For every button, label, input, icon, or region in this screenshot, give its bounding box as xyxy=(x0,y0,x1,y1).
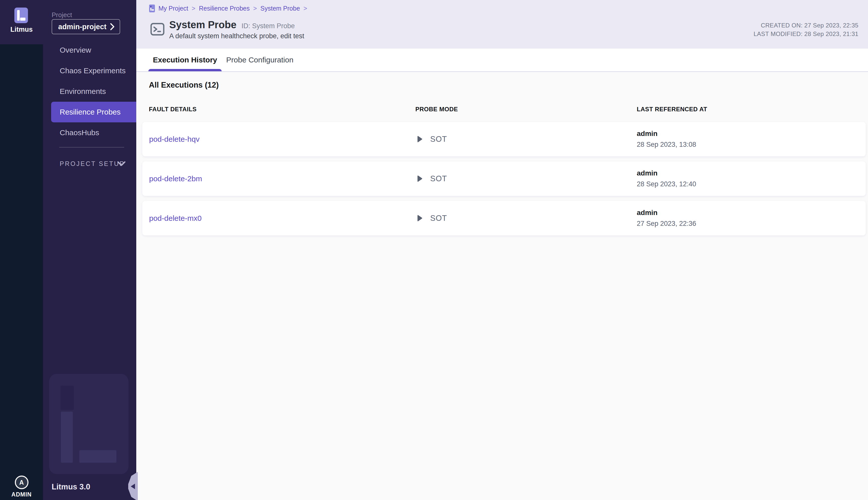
litmus-logo-label: Litmus xyxy=(0,26,43,34)
breadcrumb-resilience-probes[interactable]: Resilience Probes xyxy=(199,5,250,12)
referenced-at-time: 28 Sep 2023, 12:40 xyxy=(637,180,696,188)
sidebar: Project admin-project Overview Chaos Exp… xyxy=(43,0,136,500)
last-referenced-cell: admin 28 Sep 2023, 12:40 xyxy=(637,161,696,196)
sidebar-collapse-handle[interactable] xyxy=(128,472,138,500)
chevron-right-icon xyxy=(110,23,115,31)
project-selector[interactable]: admin-project xyxy=(52,19,120,34)
last-referenced-cell: admin 27 Sep 2023, 22:36 xyxy=(637,201,696,235)
breadcrumb-system-probe[interactable]: System Probe xyxy=(260,5,300,12)
chevron-down-icon xyxy=(117,161,126,167)
user-section: A ADMIN xyxy=(0,476,43,498)
sidebar-item-chaoshubs[interactable]: ChaosHubs xyxy=(43,122,136,143)
page-header: My Project > Resilience Probes > System … xyxy=(136,0,868,48)
breadcrumb-separator: > xyxy=(192,5,195,12)
project-label: Project xyxy=(52,11,72,19)
fault-link[interactable]: pod-delete-hqv xyxy=(149,122,200,156)
main-area: My Project > Resilience Probes > System … xyxy=(136,0,868,500)
probe-mode-cell: SOT xyxy=(417,122,447,156)
left-rail: Litmus A ADMIN xyxy=(0,0,43,500)
column-header-probe-mode: PROBE MODE xyxy=(415,106,458,113)
probe-description: A default system healthcheck probe, edit… xyxy=(169,32,304,40)
execution-history-panel: All Executions (12) FAULT DETAILS PROBE … xyxy=(136,72,868,500)
litmus-logo-icon[interactable] xyxy=(14,8,28,23)
play-icon[interactable] xyxy=(417,136,423,143)
execution-row: pod-delete-2bm SOT admin 28 Sep 2023, 12… xyxy=(142,161,866,196)
all-executions-title: All Executions (12) xyxy=(149,81,219,90)
referenced-by-user: admin xyxy=(637,209,696,217)
sidebar-item-resilience-probes[interactable]: Resilience Probes xyxy=(51,102,136,122)
probe-meta: CREATED ON: 27 Sep 2023, 22:35 LAST MODI… xyxy=(754,21,858,38)
breadcrumb-my-project[interactable]: My Project xyxy=(158,5,188,12)
referenced-at-time: 27 Sep 2023, 22:36 xyxy=(637,220,696,228)
sidebar-item-chaos-experiments[interactable]: Chaos Experiments xyxy=(43,60,136,81)
referenced-at-time: 28 Sep 2023, 13:08 xyxy=(637,141,696,149)
probe-id: ID: System Probe xyxy=(241,22,295,30)
breadcrumb-separator: > xyxy=(253,5,257,12)
terminal-icon xyxy=(149,21,166,37)
probe-mode-value: SOT xyxy=(430,135,447,144)
project-setup-label: PROJECT SETUP xyxy=(60,160,125,168)
breadcrumb: My Project > Resilience Probes > System … xyxy=(149,4,307,12)
execution-row: pod-delete-mx0 SOT admin 27 Sep 2023, 22… xyxy=(142,201,866,235)
probe-mode-value: SOT xyxy=(430,214,447,223)
breadcrumb-logo-icon xyxy=(149,4,155,12)
sidebar-item-environments[interactable]: Environments xyxy=(43,81,136,102)
avatar-label: ADMIN xyxy=(0,491,43,498)
referenced-by-user: admin xyxy=(637,169,696,177)
probe-mode-cell: SOT xyxy=(417,161,447,196)
column-header-last-referenced-at: LAST REFERENCED AT xyxy=(637,106,707,113)
probe-mode-cell: SOT xyxy=(417,201,447,235)
execution-row: pod-delete-hqv SOT admin 28 Sep 2023, 13… xyxy=(142,122,866,156)
sidebar-nav: Overview Chaos Experiments Environments … xyxy=(43,40,136,143)
play-icon[interactable] xyxy=(417,215,423,221)
last-referenced-cell: admin 28 Sep 2023, 13:08 xyxy=(637,122,696,156)
tab-bar: Execution History Probe Configuration xyxy=(136,48,868,72)
sidebar-item-overview[interactable]: Overview xyxy=(43,40,136,60)
play-icon[interactable] xyxy=(417,175,423,182)
page-title: System Probe xyxy=(169,19,237,31)
last-modified: LAST MODIFIED: 28 Sep 2023, 21:31 xyxy=(754,30,858,38)
probe-mode-value: SOT xyxy=(430,174,447,183)
project-setup-toggle[interactable]: PROJECT SETUP xyxy=(43,157,136,171)
project-selector-value: admin-project xyxy=(58,23,106,31)
fault-link[interactable]: pod-delete-mx0 xyxy=(149,201,202,235)
title-line: System Probe ID: System Probe xyxy=(169,19,295,31)
litmus-app: Litmus A ADMIN Project admin-project Ove… xyxy=(0,0,868,500)
breadcrumb-separator: > xyxy=(304,5,307,12)
tab-execution-history[interactable]: Execution History xyxy=(148,48,222,71)
collapse-left-icon xyxy=(131,484,135,489)
fault-link[interactable]: pod-delete-2bm xyxy=(149,161,202,196)
tab-probe-configuration[interactable]: Probe Configuration xyxy=(222,48,298,71)
created-on: CREATED ON: 27 Sep 2023, 22:35 xyxy=(754,21,858,30)
avatar[interactable]: A xyxy=(15,476,29,489)
referenced-by-user: admin xyxy=(637,130,696,138)
version-label: Litmus 3.0 xyxy=(52,482,90,491)
sidebar-divider xyxy=(59,147,124,148)
watermark-logo xyxy=(49,374,128,474)
column-header-fault-details: FAULT DETAILS xyxy=(149,106,197,113)
